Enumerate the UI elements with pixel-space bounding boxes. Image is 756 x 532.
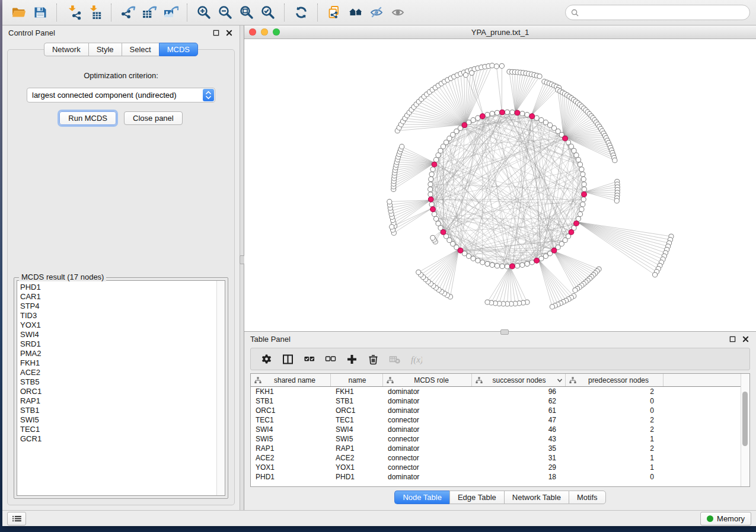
cell-MCDS-role[interactable]: dominator [383,425,472,434]
mcds-result-item[interactable]: STP4 [20,302,216,311]
first-neighbors-button[interactable] [345,2,366,23]
column-header-MCDS-role[interactable]: MCDS role [383,374,472,386]
cell-name[interactable]: ORC1 [331,406,383,415]
run-mcds-button[interactable]: Run MCDS [59,111,116,125]
table-row[interactable]: SWI5SWI5connector431 [251,434,741,444]
cell-predecessor-nodes[interactable]: 0 [566,472,664,482]
column-header-name[interactable]: name [331,374,383,386]
cell-successor-nodes[interactable]: 62 [472,396,566,406]
column-header-successor-nodes[interactable]: successor nodes [472,374,566,386]
cell-shared-name[interactable]: TEC1 [251,415,331,425]
cell-predecessor-nodes[interactable]: 0 [566,396,664,406]
cell-shared-name[interactable]: STB1 [251,396,331,406]
mcds-result-item[interactable]: STB1 [20,406,216,415]
cell-MCDS-role[interactable]: connector [383,415,472,425]
table-row[interactable]: TEC1TEC1connector472 [251,415,741,425]
cell-predecessor-nodes[interactable]: 0 [566,406,664,415]
cell-successor-nodes[interactable]: 35 [472,444,566,453]
cell-shared-name[interactable]: FKH1 [251,387,331,396]
cell-shared-name[interactable]: YOX1 [251,463,331,472]
tab-select[interactable]: Select [122,43,159,56]
table-scrollbar[interactable] [741,374,749,486]
tab-style[interactable]: Style [88,43,122,56]
cell-shared-name[interactable]: RAP1 [251,444,331,453]
cell-MCDS-role[interactable]: connector [383,463,472,472]
cell-predecessor-nodes[interactable]: 1 [566,453,664,463]
cell-name[interactable]: SWI4 [331,425,383,434]
cell-predecessor-nodes[interactable]: 2 [566,415,664,425]
column-header-shared-name[interactable]: shared name [251,374,331,386]
search-box[interactable] [565,5,750,20]
close-panel-button[interactable]: Close panel [124,111,183,125]
cell-successor-nodes[interactable]: 61 [472,406,566,415]
zoom-selected-button[interactable] [257,2,279,23]
network-canvas[interactable] [244,39,756,331]
cell-shared-name[interactable]: PHD1 [251,472,331,482]
cell-shared-name[interactable]: ACE2 [251,453,331,463]
cell-predecessor-nodes[interactable]: 2 [566,425,664,434]
split-columns-button[interactable] [277,350,298,368]
save-session-button[interactable] [30,2,51,23]
delete-column-button[interactable] [362,350,384,368]
table-row[interactable]: RAP1RAP1dominator352 [251,444,741,453]
cell-successor-nodes[interactable]: 31 [472,453,566,463]
import-table-button[interactable] [84,2,106,23]
cell-successor-nodes[interactable]: 46 [472,425,566,434]
criterion-select[interactable]: largest connected component (undirected) [27,88,215,102]
tab-network[interactable]: Network [44,43,88,56]
cell-shared-name[interactable]: SWI4 [251,425,331,434]
cell-successor-nodes[interactable]: 29 [472,463,566,472]
mcds-result-item[interactable]: PMA2 [20,349,216,358]
mcds-result-item[interactable]: SWI4 [20,330,216,339]
search-input[interactable] [582,8,744,18]
table-tab-network-table[interactable]: Network Table [504,491,569,504]
zoom-fit-button[interactable] [236,2,257,23]
table-tab-motifs[interactable]: Motifs [569,491,606,504]
cell-MCDS-role[interactable]: dominator [383,387,472,396]
tab-mcds[interactable]: MCDS [159,43,198,56]
zoom-out-button[interactable] [215,2,236,23]
cell-name[interactable]: ACE2 [331,453,383,463]
cell-predecessor-nodes[interactable]: 1 [566,434,664,444]
cell-name[interactable]: PHD1 [331,472,383,482]
mcds-result-item[interactable]: SWI5 [20,415,216,425]
table-row[interactable]: STB1STB1dominator620 [251,396,741,406]
mcds-list-scrollbar[interactable] [216,281,225,495]
horizontal-splitter-grip[interactable] [500,329,509,335]
cell-predecessor-nodes[interactable]: 2 [566,387,664,396]
zoom-window-icon[interactable] [273,28,280,36]
cell-MCDS-role[interactable]: dominator [383,444,472,453]
table-row[interactable]: FKH1FKH1dominator962 [251,387,741,396]
mcds-result-item[interactable]: FKH1 [20,358,216,368]
import-network-button[interactable] [63,2,84,23]
export-image-button[interactable] [160,2,181,23]
refresh-view-button[interactable] [291,2,312,23]
zoom-in-button[interactable] [193,2,215,23]
select-all-checks-button[interactable] [298,350,320,368]
table-row[interactable]: SWI4SWI4dominator462 [251,425,741,434]
close-table-panel-icon[interactable] [741,335,750,344]
add-column-button[interactable] [341,350,362,368]
table-row[interactable]: ORC1ORC1dominator610 [251,406,741,415]
hide-selected-button[interactable] [366,2,388,23]
deselect-all-checks-button[interactable] [320,350,341,368]
cell-successor-nodes[interactable]: 96 [472,387,566,396]
mcds-result-item[interactable]: STB5 [20,377,216,387]
cell-MCDS-role[interactable]: connector [383,434,472,444]
table-scrollbar-thumb[interactable] [742,392,748,446]
cell-shared-name[interactable]: ORC1 [251,406,331,415]
cell-name[interactable]: YOX1 [331,463,383,472]
show-all-button[interactable] [388,2,409,23]
duplicate-network-button[interactable] [324,2,345,23]
cell-MCDS-role[interactable]: dominator [383,406,472,415]
cell-predecessor-nodes[interactable]: 1 [566,463,664,472]
cell-successor-nodes[interactable]: 18 [472,472,566,482]
float-table-panel-icon[interactable] [728,335,737,344]
table-row[interactable]: YOX1YOX1connector291 [251,463,741,472]
cell-name[interactable]: STB1 [331,396,383,406]
cell-name[interactable]: FKH1 [331,387,383,396]
mcds-result-item[interactable]: SRD1 [20,339,216,349]
cell-MCDS-role[interactable]: connector [383,453,472,463]
mcds-result-item[interactable]: ORC1 [20,387,216,396]
mcds-result-item[interactable]: CAR1 [20,292,216,302]
